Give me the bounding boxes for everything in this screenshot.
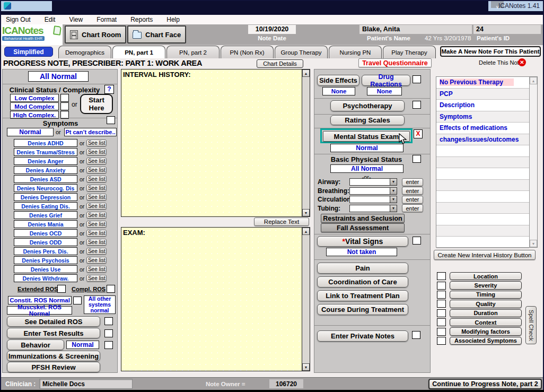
muscskel-ros-button[interactable]: Muscskel. ROS Normal [7, 306, 72, 315]
travel-questionnaire-button[interactable]: Travel Questionnaire [358, 58, 432, 67]
simplified-button[interactable]: Simplified [4, 47, 53, 57]
see-list-button[interactable]: See list [86, 176, 107, 183]
enter-button[interactable]: enter [402, 178, 423, 186]
hpi-button[interactable]: Timing [450, 291, 522, 299]
interval-history-list-item[interactable]: Effects of medications [436, 123, 529, 134]
make-new-note-button[interactable]: Make A New Note For This Patient [440, 46, 541, 57]
coordination-of-care-button[interactable]: Coordination of Care [317, 276, 408, 288]
drug-reactions-none-button[interactable]: None [367, 87, 402, 95]
mental-status-exam-checkbox[interactable]: X [414, 129, 423, 138]
constit-ros-checkbox[interactable] [73, 297, 82, 304]
denies-button[interactable]: Denies ADHD [14, 139, 77, 147]
denies-button[interactable]: Denies Depression [14, 193, 77, 202]
hpi-checkbox[interactable] [437, 328, 446, 336]
interval-history-list-item[interactable]: No Previous Therapy [436, 77, 529, 89]
sidebar-all-normal-button[interactable]: All Normal [28, 71, 89, 82]
denies-button[interactable]: Denies Pers. Dis. [14, 247, 77, 256]
behavior-normal-button[interactable]: Normal [66, 341, 99, 349]
mod-complex-checkbox[interactable] [60, 102, 69, 110]
menu-item[interactable]: Sign Out [6, 16, 31, 23]
drug-reactions-button[interactable]: Drug Reactions [362, 75, 410, 86]
interval-history-list-item[interactable] [436, 214, 529, 225]
start-here-button[interactable]: Start Here [80, 94, 113, 114]
list-scrollbar[interactable]: ▲ ▼ [529, 77, 537, 247]
create-interval-history-button[interactable]: Create New Interval History Button [434, 250, 536, 260]
scroll-up-icon[interactable]: ▲ [530, 77, 537, 84]
tab-pn-non-rx[interactable]: PN (Non Rx) [221, 46, 274, 58]
compl-ros-checkbox[interactable] [107, 285, 115, 293]
menu-item[interactable]: Reports [130, 16, 153, 23]
see-list-button[interactable]: See list [86, 167, 107, 174]
see-list-button[interactable]: See list [86, 185, 107, 192]
physical-status-dropdown[interactable]: ▼ [349, 196, 397, 203]
tab-demographics[interactable]: Demographics [58, 46, 111, 58]
interval-history-list-item[interactable] [436, 157, 529, 169]
exam-textarea[interactable]: EXAM: ▲ ▼ [121, 227, 310, 371]
replace-text-button[interactable]: Replace Text [254, 217, 309, 226]
see-list-button[interactable]: See list [86, 257, 107, 264]
bps-all-normal-button[interactable]: All Normal [330, 164, 403, 173]
hpi-button[interactable]: Modifying factors [450, 327, 522, 336]
hpi-checkbox[interactable] [437, 291, 446, 299]
enter-private-notes-button[interactable]: Enter Private Notes [317, 330, 408, 342]
hpi-checkbox[interactable] [437, 337, 446, 345]
hpi-button[interactable]: Location [450, 272, 522, 281]
tab-play-therapy[interactable]: Play Therapy [383, 46, 436, 58]
low-complex-button[interactable]: Low Complex [10, 94, 59, 102]
rating-scales-button[interactable]: Rating Scales [330, 115, 405, 125]
physical-status-dropdown[interactable]: ▼ [349, 205, 397, 212]
interval-history-scrollbar[interactable]: ▲ ▼ [302, 69, 310, 216]
hpi-checkbox[interactable] [437, 300, 446, 308]
hpi-button[interactable]: Context [450, 318, 522, 327]
enter-button[interactable]: enter [402, 204, 423, 212]
scroll-down-icon[interactable]: ▼ [302, 363, 310, 371]
scroll-down-icon[interactable]: ▼ [530, 240, 537, 247]
denies-button[interactable]: Denies OCD [14, 229, 77, 238]
see-list-button[interactable]: See list [86, 158, 107, 165]
see-list-button[interactable]: See list [86, 194, 107, 201]
continue-button[interactable]: Continue to Progress Note, part 2 [428, 379, 542, 389]
see-list-button[interactable]: See list [86, 149, 107, 156]
denies-button[interactable]: Denies Withdraw. [14, 274, 77, 283]
restraints-seclusion-button[interactable]: Restraints and Seclusion [321, 214, 405, 223]
clinician-field[interactable]: Michelle Docs [39, 379, 133, 389]
hpi-checkbox[interactable] [437, 272, 446, 280]
behavior-button[interactable]: Behavior [7, 339, 64, 350]
interval-history-list-item[interactable] [436, 237, 529, 248]
see-list-button[interactable]: See list [86, 275, 107, 282]
tab-pn-part-2[interactable]: PN, part 2 [166, 46, 220, 58]
extended-ros-checkbox[interactable] [57, 285, 66, 293]
note-date-field[interactable]: 10/19/2020 [248, 25, 296, 34]
exam-scrollbar[interactable]: ▲ ▼ [302, 228, 310, 371]
denies-button[interactable]: Denies Neurocog. Dis [14, 184, 77, 193]
hpi-button[interactable]: Duration [450, 309, 522, 318]
hpi-button[interactable]: Quality [450, 300, 522, 308]
chart-details-button[interactable]: Chart Details [257, 59, 303, 68]
interval-history-list-item[interactable] [436, 145, 529, 157]
private-notes-checkbox[interactable] [412, 331, 420, 339]
scroll-down-icon[interactable]: ▼ [302, 209, 310, 216]
see-detailed-ros-button[interactable]: See Detailed ROS [7, 316, 100, 327]
chart-room-button[interactable]: Chart Room [65, 25, 126, 43]
symptoms-normal-button[interactable]: Normal [7, 128, 54, 136]
basic-physical-status-checkbox[interactable] [413, 155, 421, 163]
see-list-button[interactable]: See list [86, 203, 107, 210]
patient-name-field[interactable]: Blake, Anita [359, 25, 472, 34]
interval-history-list-item[interactable] [436, 225, 529, 237]
enter-button[interactable]: enter [402, 187, 423, 195]
interval-history-list-item[interactable] [436, 168, 529, 180]
tab-group-therapy[interactable]: Group Therapy [275, 46, 328, 58]
interval-history-list-item[interactable]: PCP [436, 89, 529, 100]
pain-button[interactable]: Pain [317, 263, 408, 274]
interval-history-list-item[interactable] [436, 180, 529, 191]
vitals-not-taken-button[interactable]: Not taken [326, 248, 397, 256]
side-effects-none-button[interactable]: None [322, 87, 355, 95]
help-button[interactable]: ? [104, 85, 114, 94]
chart-face-button[interactable]: Chart Face [127, 25, 186, 43]
interval-history-list-item[interactable]: Description [436, 100, 529, 111]
denies-button[interactable]: Denies Anxiety [14, 166, 77, 175]
vital-signs-button[interactable]: *Vital Signs [317, 236, 408, 247]
mse-normal-button[interactable]: Normal [330, 144, 403, 152]
menu-item[interactable]: Edit [45, 16, 56, 23]
psychotherapy-checkbox[interactable] [413, 101, 421, 109]
